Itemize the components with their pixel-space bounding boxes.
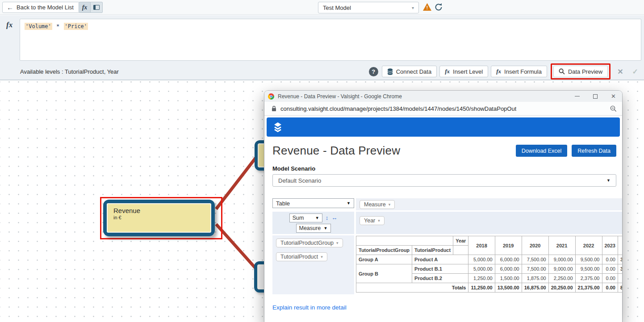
fx-icon: fx	[82, 4, 88, 11]
formula-token-volume[interactable]: 'Volume'	[25, 23, 52, 30]
url-text: consulting.valsight.cloud/manage/project…	[280, 105, 516, 112]
help-button[interactable]: ?	[369, 67, 378, 76]
data-table: Year 2018 2019 2020 2021 2022 2023 Total…	[356, 236, 622, 293]
cancel-icon[interactable]: ✕	[614, 67, 626, 76]
warning-mark: !	[427, 5, 428, 11]
value-cell: 5,000.00	[468, 264, 495, 274]
rows-area: TutorialProductGroup ▾ TutorialProduct ▾	[272, 235, 354, 294]
chevron-down-icon: ▼	[324, 226, 328, 230]
data-preview-button[interactable]: Data Preview	[553, 66, 608, 77]
chevron-down-icon: ▾	[321, 255, 323, 259]
measure-select[interactable]: Measure ▼	[296, 224, 331, 233]
view-type-value: Table	[276, 200, 290, 207]
value-cell: 1,500.00	[495, 274, 522, 283]
value-cell: 0.00	[602, 255, 618, 264]
chevron-down-icon: ▾	[412, 5, 414, 10]
formula-panel: fx 'Volume' * 'Price' Available levels :…	[0, 15, 644, 80]
value-cell: 2,250.00	[548, 274, 575, 283]
close-button[interactable]: ✕	[611, 93, 616, 99]
window-title: Revenue - Data Preview - Valsight - Goog…	[278, 93, 402, 100]
fx-icon: fx	[445, 68, 450, 75]
minimize-button[interactable]	[575, 96, 580, 96]
columns-chip-year[interactable]: Year ▾	[360, 216, 385, 225]
window-titlebar[interactable]: Revenue - Data Preview - Valsight - Goog…	[264, 91, 622, 102]
address-bar[interactable]: consulting.valsight.cloud/manage/project…	[264, 102, 622, 116]
value-cell: 2,375.00	[575, 274, 602, 283]
group-cell: Group A	[356, 255, 412, 264]
data-preview-highlight: Data Preview	[551, 63, 611, 79]
table-area: Year 2018 2019 2020 2021 2022 2023 Total…	[356, 235, 622, 294]
product-cell: Product A	[412, 255, 468, 264]
valsight-banner	[267, 117, 620, 137]
download-excel-button[interactable]: Download Excel	[516, 145, 568, 157]
swap-vertical-icon[interactable]: ↕	[326, 214, 329, 221]
back-to-model-list-button[interactable]: ← Back to the Model List	[2, 2, 79, 13]
rows-chip-tutorialproductgroup[interactable]: TutorialProductGroup ▾	[276, 238, 343, 247]
value-cell: 0.00	[602, 274, 618, 283]
chrome-icon	[268, 93, 274, 100]
header-buttons: Download Excel Refresh Data	[516, 145, 616, 157]
insert-level-button[interactable]: fx Insert Level	[439, 66, 488, 77]
blank-cell	[453, 246, 468, 255]
popup-content: Revenue - Data Preview Download Excel Re…	[264, 116, 622, 322]
revenue-node-title: Revenue	[113, 207, 210, 214]
year-column-header: 2018	[468, 236, 495, 255]
table-row: Group B Product B.1 5,000.00 6,000.00 7,…	[356, 264, 623, 274]
insert-formula-label: Insert Formula	[504, 68, 542, 75]
zoom-out-icon[interactable]	[610, 105, 617, 112]
table-header-row: Year 2018 2019 2020 2021 2022 2023 Total…	[356, 236, 623, 246]
formula-editor-toggle-button[interactable]: fx	[79, 2, 91, 13]
insert-formula-button[interactable]: fx Insert Formula	[491, 66, 547, 77]
formula-toolbar-buttons: ? Connect Data fx Insert Level fx Insert…	[369, 63, 641, 79]
revenue-node[interactable]: Revenue in €	[103, 200, 215, 236]
row-total-cell: 9,250.00	[618, 274, 622, 283]
layers-icon	[273, 122, 283, 133]
fx-label: fx	[6, 21, 13, 29]
explain-link[interactable]: Explain result in more detail	[272, 304, 347, 311]
help-icon: ?	[372, 68, 375, 75]
model-select[interactable]: Test Model ▾	[318, 2, 419, 13]
refresh-data-button[interactable]: Refresh Data	[572, 145, 616, 157]
chip-label: TutorialProductGroup	[280, 240, 334, 246]
formula-token-price[interactable]: 'Price'	[64, 23, 88, 30]
scenario-value: Default Scenario	[278, 177, 321, 184]
value-cell: 9,000.00	[548, 255, 575, 264]
screen: ← Back to the Model List fx Test Model ▾…	[0, 0, 644, 322]
warning-icon[interactable]: !	[423, 3, 431, 11]
formula-input[interactable]: 'Volume' * 'Price'	[20, 19, 641, 61]
swap-horizontal-icon[interactable]: ↔	[331, 214, 337, 221]
product-cell: Product B.1	[412, 264, 468, 274]
confirm-icon[interactable]: ✓	[629, 67, 641, 76]
model-select-value: Test Model	[323, 4, 351, 11]
total-cell: 11,250.00	[468, 283, 495, 293]
value-cell: 6,000.00	[495, 255, 522, 264]
back-arrow-icon: ←	[7, 4, 13, 11]
columns-area-measure: Measure ▾	[356, 198, 622, 210]
columns-chip-measure[interactable]: Measure ▾	[360, 200, 395, 209]
chevron-down-icon: ▾	[378, 218, 380, 223]
row-total-cell: 37,000.00	[618, 264, 622, 274]
data-preview-window: Revenue - Data Preview - Valsight - Goog…	[264, 91, 622, 322]
refresh-icon[interactable]	[434, 2, 443, 12]
scenario-select[interactable]: Default Scenario ▼	[272, 174, 616, 187]
page-header: Revenue - Data Preview Download Excel Re…	[272, 144, 616, 158]
formula-operator: *	[55, 23, 60, 29]
maximize-button[interactable]	[593, 94, 598, 99]
column-header: TutorialProduct	[412, 246, 453, 255]
value-cell: 7,500.00	[522, 255, 548, 264]
chip-label: Measure	[364, 201, 386, 208]
connect-data-button[interactable]: Connect Data	[382, 66, 437, 77]
top-toolbar: ← Back to the Model List fx Test Model ▾…	[0, 0, 644, 15]
rows-chip-tutorialproduct[interactable]: TutorialProduct ▾	[276, 252, 327, 261]
value-cell: 9,000.00	[548, 264, 575, 274]
side-panel-toggle-button[interactable]	[91, 2, 103, 13]
formula-footer: Available levels : TutorialProduct, Year…	[0, 63, 644, 79]
back-button-label: Back to the Model List	[17, 4, 74, 11]
table-row: Group A Product A 5,000.00 6,000.00 7,50…	[356, 255, 623, 264]
year-column-header: 2022	[575, 236, 602, 255]
total-cell: 20,250.00	[548, 283, 575, 293]
measure-value: Measure	[299, 225, 321, 231]
available-levels-text: Available levels : TutorialProduct, Year	[20, 68, 119, 75]
aggregation-select[interactable]: Sum ▼	[289, 213, 322, 222]
view-type-select[interactable]: Table ▼	[272, 198, 354, 208]
